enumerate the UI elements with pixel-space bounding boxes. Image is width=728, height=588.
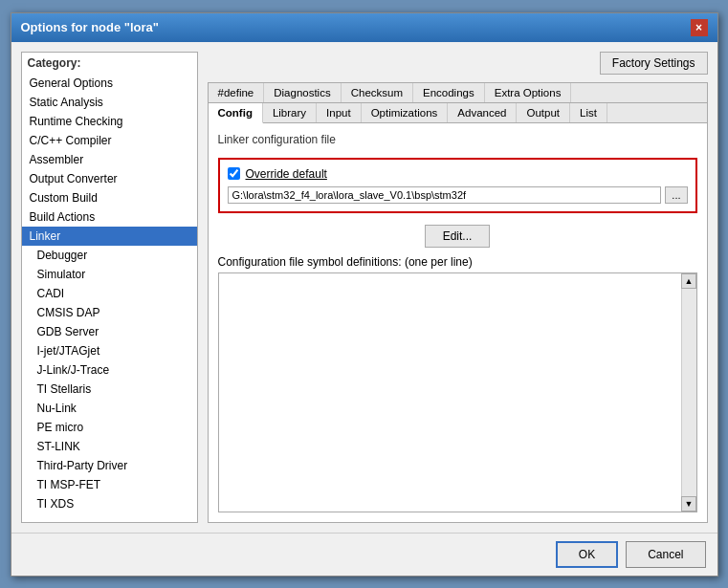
sidebar-item-st-link[interactable]: ST-LINK	[22, 437, 197, 456]
sidebar-item-static-analysis[interactable]: Static Analysis	[22, 93, 197, 112]
sidebar: Category: General OptionsStatic Analysis…	[21, 52, 198, 523]
linker-config-section: Override default ...	[218, 158, 697, 213]
sidebar-item-linker[interactable]: Linker	[22, 227, 197, 246]
override-row: Override default	[228, 167, 688, 181]
sidebar-item-debugger[interactable]: Debugger	[22, 246, 197, 265]
sidebar-item-output-converter[interactable]: Output Converter	[22, 169, 197, 188]
scroll-down-arrow[interactable]: ▼	[681, 496, 696, 512]
file-path-row: ...	[228, 186, 688, 204]
sidebar-item-nu-link[interactable]: Nu-Link	[22, 399, 197, 418]
symbol-section: Configuration file symbol definitions: (…	[218, 255, 697, 512]
sidebar-item-build-actions[interactable]: Build Actions	[22, 207, 197, 227]
sidebar-item-ti-msp-fet[interactable]: TI MSP-FET	[22, 475, 197, 494]
tab-content: Linker configuration file Override defau…	[209, 123, 707, 522]
cancel-button[interactable]: Cancel	[626, 541, 705, 568]
file-path-input[interactable]	[228, 186, 662, 204]
tab-diagnostics[interactable]: Diagnostics	[264, 83, 341, 102]
override-label[interactable]: Override default	[246, 167, 327, 181]
sidebar-item-general-options[interactable]: General Options	[22, 74, 197, 93]
main-panel: Factory Settings #defineDiagnosticsCheck…	[208, 52, 708, 523]
sidebar-item-custom-build[interactable]: Custom Build	[22, 188, 197, 207]
symbol-textarea[interactable]	[219, 273, 696, 512]
sidebar-item-cadi[interactable]: CADI	[22, 284, 197, 303]
sidebar-item-i-jetjtagjet[interactable]: I-jet/JTAGjet	[22, 341, 197, 360]
tab-output[interactable]: Output	[517, 103, 570, 122]
sidebar-item-pe-micro[interactable]: PE micro	[22, 418, 197, 437]
tab-extra-options[interactable]: Extra Options	[485, 83, 572, 102]
title-bar: Options for node "lora" ×	[11, 13, 717, 42]
tab-encodings[interactable]: Encodings	[413, 83, 485, 102]
sidebar-item-assembler[interactable]: Assembler	[22, 150, 197, 169]
scrollbar-vertical[interactable]: ▲ ▼	[681, 273, 696, 512]
browse-button[interactable]: ...	[665, 186, 687, 204]
tab-library[interactable]: Library	[263, 103, 317, 122]
tab-checksum[interactable]: Checksum	[342, 83, 413, 102]
dialog-title: Options for node "lora"	[21, 20, 160, 34]
sidebar-item-cmsis-dap[interactable]: CMSIS DAP	[22, 303, 197, 322]
sidebar-item-ti-xds[interactable]: TI XDS	[22, 494, 197, 513]
edit-btn-row: Edit...	[218, 225, 697, 248]
tab-row-1: #defineDiagnosticsChecksumEncodingsExtra…	[209, 83, 707, 103]
tab-row-2: ConfigLibraryInputOptimizationsAdvancedO…	[209, 103, 707, 123]
override-checkbox[interactable]	[228, 167, 240, 180]
category-label: Category:	[22, 53, 197, 74]
tab-config[interactable]: Config	[209, 103, 263, 123]
dialog-footer: OK Cancel	[11, 533, 717, 576]
close-button[interactable]: ×	[691, 19, 708, 36]
factory-settings-button[interactable]: Factory Settings	[600, 52, 708, 75]
tab-advanced[interactable]: Advanced	[448, 103, 517, 122]
dialog-body: Category: General OptionsStatic Analysis…	[11, 42, 717, 533]
sidebar-item-runtime-checking[interactable]: Runtime Checking	[22, 112, 197, 131]
sidebar-item-third-party-driver[interactable]: Third-Party Driver	[22, 456, 197, 475]
tab-input[interactable]: Input	[317, 103, 362, 122]
sidebar-item-simulator[interactable]: Simulator	[22, 265, 197, 284]
tab-list[interactable]: List	[570, 103, 607, 122]
scroll-track	[682, 289, 696, 496]
sidebar-item-ti-stellaris[interactable]: TI Stellaris	[22, 380, 197, 399]
ok-button[interactable]: OK	[556, 541, 618, 568]
linker-config-label: Linker configuration file	[218, 133, 697, 146]
sidebar-item-gdb-server[interactable]: GDB Server	[22, 322, 197, 341]
sidebar-item-j-linkj-trace[interactable]: J-Link/J-Trace	[22, 360, 197, 380]
tab-optimizations[interactable]: Optimizations	[362, 103, 449, 122]
scroll-up-arrow[interactable]: ▲	[681, 273, 696, 289]
main-dialog: Options for node "lora" × Category: Gene…	[11, 12, 718, 577]
symbol-textarea-wrapper: ▲ ▼	[218, 272, 697, 512]
tab-panel: #defineDiagnosticsChecksumEncodingsExtra…	[208, 82, 708, 523]
symbol-label: Configuration file symbol definitions: (…	[218, 255, 697, 269]
factory-btn-row: Factory Settings	[208, 52, 708, 75]
tab-define[interactable]: #define	[209, 83, 265, 102]
sidebar-item-cc-compiler[interactable]: C/C++ Compiler	[22, 131, 197, 150]
edit-button[interactable]: Edit...	[425, 225, 491, 248]
